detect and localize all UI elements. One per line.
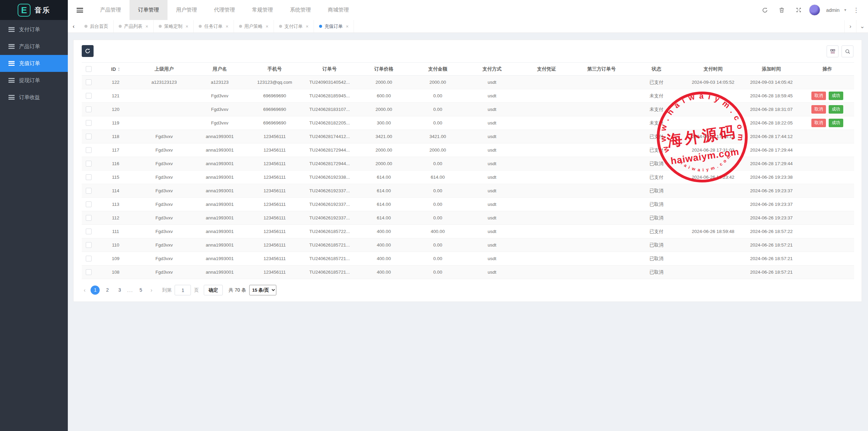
- columns-toggle-button[interactable]: [827, 45, 839, 57]
- tab-close-icon[interactable]: ×: [185, 24, 188, 29]
- sidebar-item[interactable]: 充值订单: [0, 55, 68, 72]
- row-checkbox[interactable]: [86, 229, 92, 234]
- page-number[interactable]: 2: [103, 286, 112, 295]
- cell-third_no: [574, 171, 629, 184]
- tab-item[interactable]: 产品列表×: [114, 20, 154, 33]
- column-header-actions: 操作: [801, 63, 854, 76]
- page-number[interactable]: 1: [91, 286, 100, 295]
- sidebar-item-label: 提现订单: [19, 77, 40, 84]
- column-label: ID: [111, 66, 116, 72]
- column-label: 订单价格: [374, 66, 393, 72]
- page-unit-label: 页: [194, 287, 199, 293]
- goto-confirm-button[interactable]: 确定: [204, 285, 223, 295]
- goto-page-input[interactable]: [175, 285, 191, 295]
- row-checkbox[interactable]: [86, 161, 92, 166]
- success-button[interactable]: 成功: [829, 105, 843, 114]
- row-checkbox[interactable]: [86, 188, 92, 194]
- table-refresh-button[interactable]: [82, 45, 94, 57]
- more-menu-icon[interactable]: ⋮: [850, 6, 862, 14]
- cell-pay_amount: 400.00: [411, 225, 465, 238]
- tabs-dropdown-icon[interactable]: ⌄: [856, 20, 868, 33]
- cell-add_time: 2024-06-26 19:23:37: [742, 211, 801, 225]
- tab-item[interactable]: 后台首页: [79, 20, 114, 33]
- tab-label: 任务订单: [204, 23, 222, 30]
- tabs-scroll-left-icon[interactable]: ‹: [68, 20, 79, 33]
- page-size-select[interactable]: 15 条/页: [249, 285, 276, 295]
- row-checkbox[interactable]: [86, 106, 92, 112]
- column-label: 状态: [652, 66, 661, 72]
- row-checkbox[interactable]: [86, 215, 92, 221]
- orders-table: ID▲▼上级用户用户名手机号订单号订单价格支付金额支付方式支付凭证第三方订单号状…: [82, 62, 854, 279]
- tab-item[interactable]: 充值订单×: [314, 20, 354, 33]
- select-all-checkbox[interactable]: [86, 66, 92, 72]
- page-prev[interactable]: ‹: [82, 287, 87, 293]
- row-checkbox[interactable]: [86, 269, 92, 275]
- tab-close-icon[interactable]: ×: [145, 24, 148, 29]
- cell-phone: 123456111: [247, 171, 302, 184]
- row-checkbox[interactable]: [86, 174, 92, 180]
- success-button[interactable]: 成功: [829, 119, 843, 127]
- cell-username: a123123: [192, 76, 247, 89]
- cell-voucher: [519, 225, 574, 238]
- page-number[interactable]: 5: [136, 286, 145, 295]
- top-nav-item[interactable]: 用户管理: [167, 0, 205, 20]
- row-checkbox[interactable]: [86, 93, 92, 99]
- tab-close-icon[interactable]: ×: [306, 24, 309, 29]
- cancel-button[interactable]: 取消: [811, 105, 826, 114]
- row-checkbox[interactable]: [86, 242, 92, 248]
- sidebar-item[interactable]: 产品订单: [0, 38, 68, 55]
- sidebar-item[interactable]: 支付订单: [0, 21, 68, 38]
- row-checkbox[interactable]: [86, 120, 92, 126]
- cell-id: 116: [95, 157, 136, 171]
- tab-item[interactable]: 任务订单×: [194, 20, 234, 33]
- row-checkbox[interactable]: [86, 147, 92, 153]
- cancel-button[interactable]: 取消: [811, 92, 826, 100]
- cell-pay_amount: 2000.00: [411, 76, 465, 89]
- tab-close-icon[interactable]: ×: [225, 24, 228, 29]
- row-checkbox[interactable]: [86, 79, 92, 85]
- collapse-sidebar-button[interactable]: [68, 0, 92, 20]
- tab-item[interactable]: 用户策略×: [234, 20, 274, 33]
- cell-status: 已支付: [629, 143, 684, 157]
- tab-close-icon[interactable]: ×: [346, 24, 349, 29]
- cell-third_no: [574, 198, 629, 211]
- cancel-button[interactable]: 取消: [811, 119, 826, 127]
- top-nav-item[interactable]: 系统管理: [281, 0, 319, 20]
- tab-item[interactable]: 策略定制×: [154, 20, 194, 33]
- sidebar-item[interactable]: 订单收益: [0, 89, 68, 106]
- tab-close-icon[interactable]: ×: [266, 24, 269, 29]
- page-next[interactable]: ›: [149, 287, 154, 293]
- top-nav-item[interactable]: 代理管理: [205, 0, 243, 20]
- trash-icon[interactable]: [775, 3, 789, 17]
- row-checkbox[interactable]: [86, 134, 92, 139]
- cell-add_time: 2024-06-26 18:57:22: [742, 225, 801, 238]
- top-nav-item[interactable]: 产品管理: [92, 0, 130, 20]
- refresh-icon[interactable]: [758, 3, 772, 17]
- cell-pay_method: usdt: [465, 89, 519, 103]
- page-number[interactable]: 3: [115, 286, 124, 295]
- fullscreen-icon[interactable]: [792, 3, 806, 17]
- cell-third_no: [574, 266, 629, 279]
- user-avatar[interactable]: [809, 4, 820, 16]
- cell-id: 110: [95, 238, 136, 252]
- cell-username: anna1993001: [192, 266, 247, 279]
- column-label: 订单号: [322, 66, 337, 72]
- top-nav-item[interactable]: 商城管理: [319, 0, 357, 20]
- cell-status: 已支付: [629, 130, 684, 143]
- top-nav-item[interactable]: 常规管理: [243, 0, 281, 20]
- search-toggle-button[interactable]: [842, 45, 853, 57]
- user-dropdown-caret-icon[interactable]: ▼: [844, 8, 847, 12]
- cell-parent_user: Fgd3vxv: [136, 211, 192, 225]
- top-nav-item[interactable]: 订单管理: [130, 0, 167, 20]
- success-button[interactable]: 成功: [829, 92, 843, 100]
- sidebar-item[interactable]: 提现订单: [0, 72, 68, 89]
- table-row: 118Fgd3vxvanna1993001123456111TU24062817…: [82, 130, 854, 143]
- tab-item[interactable]: 支付订单×: [274, 20, 314, 33]
- tabs-scroll-right-icon[interactable]: ›: [844, 20, 856, 33]
- row-checkbox[interactable]: [86, 256, 92, 261]
- table-card: ID▲▼上级用户用户名手机号订单号订单价格支付金额支付方式支付凭证第三方订单号状…: [73, 40, 862, 302]
- username-label[interactable]: admin: [826, 7, 840, 13]
- sort-icon[interactable]: ▲▼: [118, 67, 120, 72]
- cell-actions: [801, 143, 854, 157]
- row-checkbox[interactable]: [86, 201, 92, 207]
